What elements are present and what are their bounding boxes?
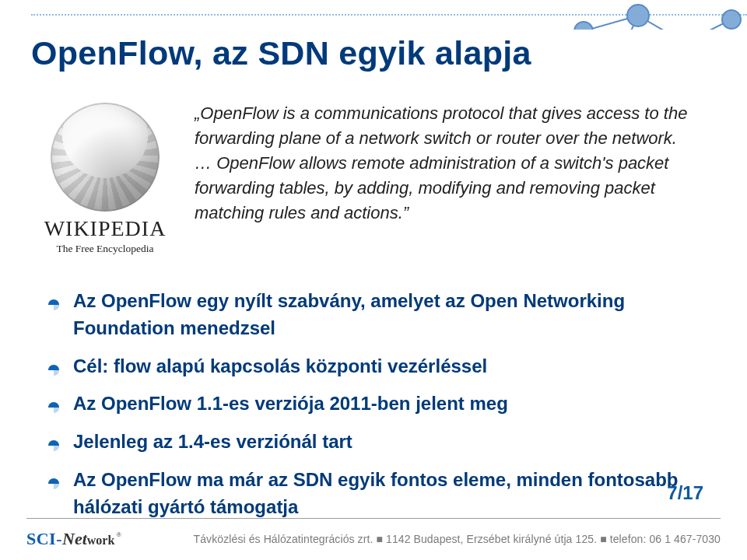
network-graphic [568, 0, 747, 30]
wikipedia-globe-icon [51, 103, 160, 212]
list-item: Jelenleg az 1.4-es verziónál tart [47, 429, 708, 456]
bullet-list: Az OpenFlow egy nyílt szabvány, amelyet … [47, 288, 708, 532]
header-accent [0, 0, 747, 30]
logo-sci: SCI- [26, 529, 62, 549]
wikipedia-logo: WIKIPEDIA The Free Encyclopedia [31, 103, 179, 255]
quote-close: ” [403, 203, 409, 222]
bullet-icon [47, 433, 61, 447]
bullet-icon [47, 292, 61, 306]
page-number: 7/17 [667, 482, 703, 504]
page-total: 17 [682, 482, 703, 503]
svg-point-8 [574, 22, 593, 30]
bullet-icon [47, 395, 61, 409]
footer-text: Távközlési és Hálózatintegrációs zrt. ■ … [194, 533, 721, 545]
bullet-icon [47, 471, 61, 485]
bullet-icon [47, 358, 61, 372]
logo-work: work [87, 534, 115, 548]
svg-point-11 [722, 10, 741, 29]
logo-registered: ® [116, 530, 121, 538]
list-item: Cél: flow alapú kapcsolás központi vezér… [47, 353, 708, 380]
wikipedia-name: WIKIPEDIA [31, 216, 179, 241]
page-current: 7 [667, 482, 677, 503]
slide: OpenFlow, az SDN egyik alapja WIKIPEDIA … [0, 0, 747, 560]
quote-block: „OpenFlow is a communications protocol t… [195, 101, 700, 225]
list-item-text: Cél: flow alapú kapcsolás központi vezér… [73, 355, 487, 376]
footer-divider [26, 518, 721, 519]
list-item: Az OpenFlow 1.1-es verziója 2011-ben jel… [47, 390, 708, 418]
list-item-text: Jelenleg az 1.4-es verziónál tart [73, 431, 352, 452]
network-svg [568, 0, 747, 30]
footer: SCI- Net work ® Távközlési és Hálózatint… [0, 518, 747, 560]
quote-p1: OpenFlow is a communications protocol th… [195, 103, 687, 148]
wikipedia-tagline: The Free Encyclopedia [31, 243, 179, 255]
list-item-text: Az OpenFlow 1.1-es verziója 2011-ben jel… [73, 393, 508, 414]
list-item-text: Az OpenFlow ma már az SDN egyik fontos e… [73, 469, 678, 517]
slide-title: OpenFlow, az SDN egyik alapja [31, 34, 716, 72]
list-item: Az OpenFlow ma már az SDN egyik fontos e… [47, 467, 708, 521]
quote-ellipsis: … [195, 153, 216, 173]
company-logo: SCI- Net work ® [26, 529, 120, 549]
logo-net: Net [62, 529, 87, 549]
list-item: Az OpenFlow egy nyílt szabvány, amelyet … [47, 288, 708, 342]
list-item-text: Az OpenFlow egy nyílt szabvány, amelyet … [73, 290, 625, 338]
svg-point-9 [627, 5, 649, 26]
quote-p2: OpenFlow allows remote administration of… [195, 153, 668, 222]
